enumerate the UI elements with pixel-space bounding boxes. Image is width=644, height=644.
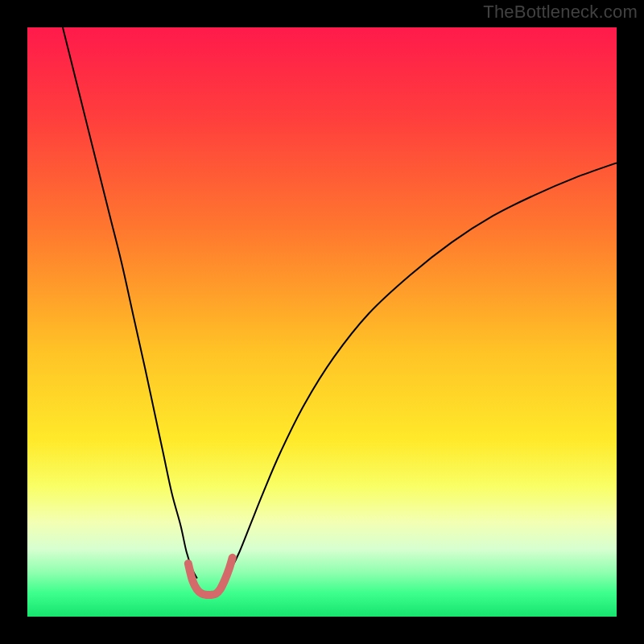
gradient-background bbox=[27, 27, 617, 617]
app-frame: TheBottleneck.com bbox=[0, 0, 644, 644]
watermark-text: TheBottleneck.com bbox=[483, 2, 638, 23]
chart-area bbox=[27, 27, 617, 617]
chart-svg bbox=[27, 27, 617, 617]
